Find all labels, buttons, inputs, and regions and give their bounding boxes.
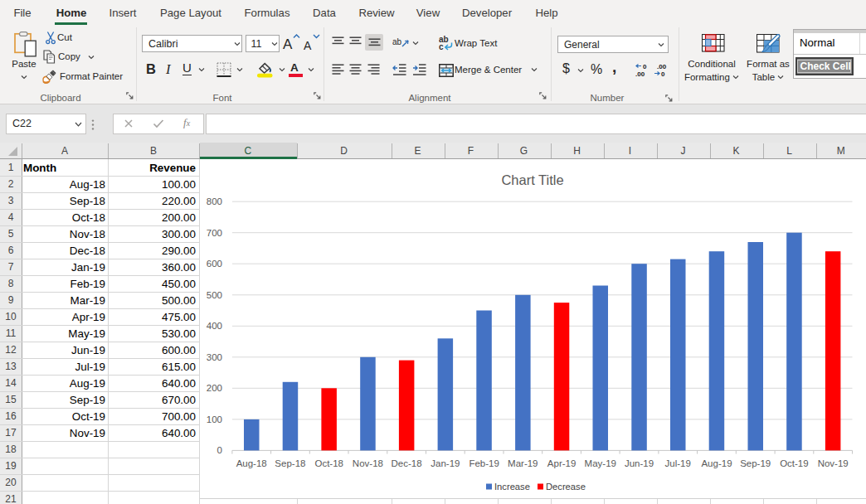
svg-text:Chart Title: Chart Title xyxy=(501,172,563,187)
svg-text:Aug-18: Aug-18 xyxy=(236,458,267,468)
svg-text:May-19: May-19 xyxy=(585,458,616,468)
svg-text:Decrease: Decrease xyxy=(546,482,586,492)
svg-text:Jul-19: Jul-19 xyxy=(665,458,691,468)
svg-text:Aug-19: Aug-19 xyxy=(701,458,732,468)
svg-text:.00: .00 xyxy=(635,70,645,78)
svg-text:500: 500 xyxy=(207,290,222,300)
svg-text:400: 400 xyxy=(207,321,222,331)
svg-text:Apr-19: Apr-19 xyxy=(547,458,577,468)
svg-text:Jan-19: Jan-19 xyxy=(431,458,460,468)
svg-text:Nov-19: Nov-19 xyxy=(818,458,849,468)
svg-text:Dec-18: Dec-18 xyxy=(392,458,422,468)
svg-text:300: 300 xyxy=(207,352,222,362)
svg-text:100: 100 xyxy=(207,414,222,424)
svg-text:Jun-19: Jun-19 xyxy=(625,458,654,468)
svg-text:Increase: Increase xyxy=(494,482,530,492)
svg-text:0: 0 xyxy=(217,445,222,455)
svg-text:200: 200 xyxy=(207,383,222,393)
svg-text:Oct-19: Oct-19 xyxy=(780,458,809,468)
svg-text:c: c xyxy=(439,42,444,51)
svg-text:Feb-19: Feb-19 xyxy=(469,458,499,468)
svg-text:ab: ab xyxy=(392,37,402,46)
svg-text:800: 800 xyxy=(207,196,222,206)
svg-text:Mar-19: Mar-19 xyxy=(508,458,538,468)
svg-text:0: 0 xyxy=(661,70,665,78)
svg-text:600: 600 xyxy=(207,259,222,269)
svg-text:Oct-18: Oct-18 xyxy=(314,458,343,468)
svg-text:Sep-19: Sep-19 xyxy=(740,458,771,468)
svg-text:Sep-18: Sep-18 xyxy=(275,458,305,468)
svg-text:Nov-18: Nov-18 xyxy=(353,458,383,468)
svg-text:700: 700 xyxy=(207,228,222,238)
